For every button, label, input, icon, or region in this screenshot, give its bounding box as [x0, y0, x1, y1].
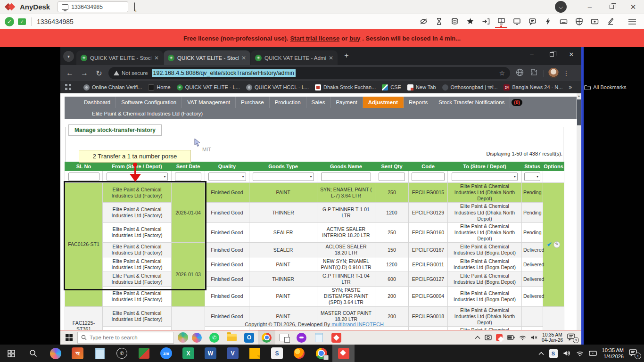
remote-notepad-icon[interactable] — [310, 330, 328, 345]
apps-grid-icon[interactable] — [65, 84, 71, 91]
buy-link[interactable]: buy — [349, 35, 360, 42]
bookmark-item[interactable]: 24Bangla News 24 - N... — [504, 84, 562, 90]
nav-reports[interactable]: Reports — [404, 97, 433, 108]
local-search-icon[interactable] — [22, 345, 44, 362]
filter-to-select[interactable]: ▾ — [452, 173, 518, 181]
actions-lightning-icon[interactable] — [542, 16, 554, 28]
bookmark-star-icon[interactable]: ☆ — [499, 69, 505, 77]
remote-chrome-icon-active[interactable] — [258, 330, 275, 345]
remote-clipchamp-icon[interactable] — [293, 330, 310, 345]
url-text-selected[interactable]: 192.168.4.5:8086/qv_elite/stockTransferH… — [152, 69, 296, 77]
tray-app-icon[interactable] — [485, 335, 492, 340]
privacy-mode-icon[interactable] — [417, 16, 429, 28]
filter-goodstype-select[interactable]: ▾ — [253, 173, 314, 181]
table-row[interactable]: Elite Paint & Chemical Industries Ltd (F… — [65, 257, 564, 272]
nav-dashboard[interactable]: Dashboard — [79, 97, 116, 108]
scrollbar-thumb[interactable] — [577, 99, 581, 125]
footer-link[interactable]: multibrand INFOTECH — [331, 321, 384, 327]
favorites-star-icon[interactable] — [464, 16, 476, 28]
profile-avatar[interactable] — [548, 68, 559, 78]
browser-tab-1[interactable]: ✳ QUICK VAT ELITE - StockTransfe ✕ — [76, 50, 163, 65]
browser-tab-2-active[interactable]: ✳ QUICK VAT ELITE - StockTransfe ✕ — [164, 50, 250, 65]
table-row[interactable]: Elite Paint & Chemical Industries Ltd (F… — [65, 203, 564, 222]
local-bijoy-icon[interactable] — [133, 345, 155, 362]
all-bookmarks-button[interactable]: All Bookmarks — [584, 84, 626, 90]
tray-chevron-icon[interactable] — [475, 336, 480, 339]
nav-sales[interactable]: Sales — [306, 97, 331, 108]
chrome-restore-button[interactable] — [542, 47, 561, 61]
forward-button[interactable]: → — [79, 69, 90, 77]
table-row[interactable]: FAC0126-ST1 Elite Paint & Chemical Indus… — [65, 183, 564, 203]
keyboard-icon[interactable] — [557, 16, 570, 28]
local-wifi-icon[interactable] — [576, 351, 584, 356]
table-row[interactable]: Elite Paint & Chemical Industries Ltd (F… — [65, 272, 564, 287]
omnibox[interactable]: Not secure 192.168.4.5:8086/qv_elite/sto… — [108, 67, 510, 79]
nav-adjustment-active[interactable]: Adjustment — [363, 97, 404, 108]
permissions-shield-icon[interactable] — [573, 16, 585, 28]
filter-slno-input[interactable] — [68, 173, 99, 181]
new-tab-button[interactable]: + — [340, 49, 353, 62]
local-tray-chevron-icon[interactable] — [538, 352, 544, 355]
chat-icon[interactable] — [526, 16, 538, 28]
start-trial-link[interactable]: Start trial license — [290, 35, 339, 42]
bookmark-item[interactable]: Dhaka Stock Exchan... — [315, 84, 376, 90]
remote-notification-icon[interactable]: 9 — [567, 333, 577, 342]
record-session-icon[interactable] — [588, 16, 601, 28]
filter-sentdate-input[interactable] — [175, 173, 201, 181]
local-notepad-icon[interactable] — [89, 345, 111, 362]
restore-button[interactable] — [601, 0, 622, 14]
session-tab[interactable]: 1336434985 — [58, 1, 128, 12]
search-highlights-icon[interactable] — [178, 332, 188, 343]
bookmark-item[interactable]: CSE — [382, 84, 401, 90]
local-clock[interactable]: 10:35 AM 1/4/2026 — [602, 347, 624, 359]
bookmarks-overflow-chevron[interactable]: » — [569, 84, 572, 90]
bookmark-item[interactable]: QUICK VAT HCCL - L... — [246, 84, 309, 90]
remote-start-button[interactable] — [60, 330, 77, 345]
nav-production[interactable]: Production — [270, 97, 306, 108]
tray-anydesk-icon[interactable] — [496, 334, 503, 341]
bookmark-item[interactable]: Orthosongbad | অর্থ... — [442, 84, 498, 90]
local-tray-s-icon[interactable]: S — [549, 349, 558, 358]
local-anydesk-icon-active[interactable] — [332, 345, 355, 362]
filter-qty-input[interactable] — [379, 173, 405, 181]
local-s-app-icon[interactable]: S — [266, 345, 288, 362]
local-volume-icon[interactable] — [563, 350, 571, 356]
tab-search-button[interactable]: ▾ — [63, 51, 74, 62]
filter-goodsname-input[interactable] — [321, 173, 371, 181]
local-notification-icon[interactable]: 1 — [629, 349, 638, 357]
bookmark-item[interactable]: Online Chalan Verifi... — [83, 84, 142, 90]
approve-check-icon[interactable]: ✔ — [547, 241, 552, 248]
browser-tab-3[interactable]: ✳ QUICK VAT ELITE - AdminPartsl ✕ — [251, 50, 338, 65]
not-secure-chip[interactable]: Not secure — [114, 70, 148, 76]
chrome-minimize-button[interactable]: – — [522, 47, 542, 61]
nav-vat-management[interactable]: VAT Management — [182, 97, 236, 108]
remote-file-explorer-icon[interactable] — [223, 330, 240, 345]
browser-menu-icon[interactable]: ⋮ — [563, 69, 570, 77]
reload-button[interactable]: ↻ — [94, 69, 104, 78]
whiteboard-pen-icon[interactable] — [604, 16, 616, 28]
display-1-icon[interactable]: 1 — [495, 16, 507, 28]
remote-snipping-icon[interactable] — [275, 330, 293, 345]
session-list-icon[interactable] — [448, 16, 461, 28]
tab-close-icon[interactable]: ✕ — [241, 55, 246, 61]
chrome-close-button[interactable]: ✕ — [561, 47, 581, 61]
file-transfer-icon[interactable] — [479, 16, 492, 28]
local-sticky-notes-icon[interactable] — [244, 345, 266, 362]
local-visio-icon[interactable]: V — [222, 345, 244, 362]
local-zoom-icon[interactable]: zm — [155, 345, 177, 362]
nav-payment[interactable]: Payment — [330, 97, 363, 108]
local-chrome-icon[interactable] — [310, 345, 332, 362]
bookmark-item[interactable]: ✳QUICK VAT ELITE - L... — [177, 84, 240, 90]
hourglass-icon[interactable] — [433, 16, 445, 28]
local-touch-keyboard-icon[interactable] — [589, 350, 597, 356]
local-avro-keyboard-icon[interactable]: অ — [66, 345, 89, 362]
new-session-button[interactable]: + — [134, 3, 135, 11]
session-avatar-icon[interactable]: ⌵ — [555, 1, 567, 13]
page-vertical-scrollbar[interactable]: ▲ — [577, 93, 581, 330]
local-whatsapp-icon[interactable]: ✆ — [111, 345, 133, 362]
remote-clock[interactable]: 10:35 AM 04-Jan-26 — [542, 332, 563, 343]
remote-copilot-icon[interactable] — [188, 330, 206, 345]
extensions-puzzle-icon[interactable] — [529, 68, 539, 78]
remote-search-box[interactable] — [77, 332, 174, 344]
local-start-button[interactable] — [0, 345, 22, 362]
